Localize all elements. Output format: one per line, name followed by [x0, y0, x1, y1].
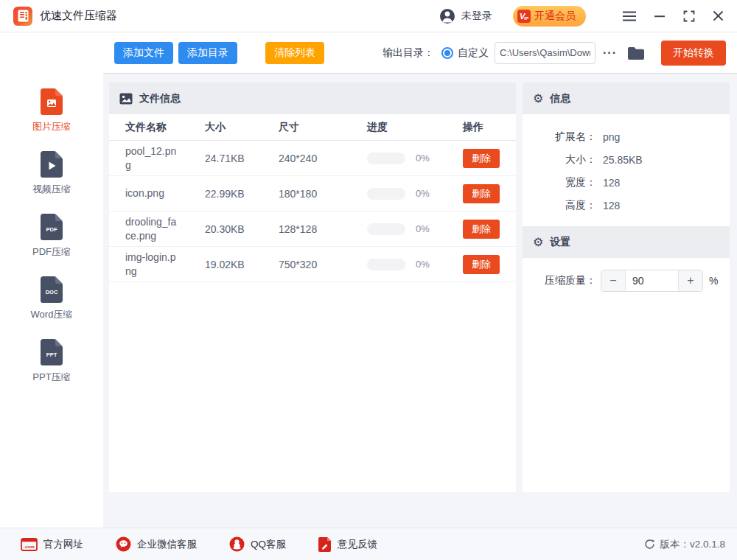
progress-percent: 0% [416, 223, 430, 234]
info-section-title: 信息 [550, 92, 570, 105]
maximize-button[interactable] [683, 10, 695, 22]
delete-button[interactable]: 删除 [463, 220, 500, 239]
table-row: pool_12.png 24.71KB 240*240 0% 删除 [109, 141, 516, 176]
details-panel: ⚙ 信息 扩展名： png 大小： 25.85KB 宽度： [523, 83, 730, 492]
output-path-input[interactable] [495, 42, 595, 64]
vip-button-label: 开通会员 [534, 10, 576, 23]
minimize-icon [654, 10, 666, 22]
sidebar-item-video-compress[interactable]: 视频压缩 [32, 151, 71, 214]
height-value: 128 [603, 200, 620, 211]
add-file-button[interactable]: 添加文件 [114, 42, 173, 64]
sidebar-item-label: Word压缩 [31, 308, 73, 321]
login-status[interactable]: 未登录 [461, 10, 492, 23]
version-info: 版本：v2.0.1.8 [644, 538, 725, 551]
open-folder-button[interactable] [627, 46, 645, 60]
start-convert-button[interactable]: 开始转换 [661, 41, 726, 66]
settings-section-header: ⚙ 设置 [523, 226, 730, 258]
maximize-icon [683, 10, 695, 22]
progress-percent: 0% [416, 259, 430, 270]
ext-value: png [603, 131, 620, 143]
sidebar: 图片压缩 视频压缩 PDF PDF压缩 [0, 32, 103, 528]
sidebar-item-word-compress[interactable]: DOC Word压缩 [31, 276, 73, 339]
file-size: 19.02KB [205, 259, 279, 270]
sidebar-item-pdf-compress[interactable]: PDF PDF压缩 [32, 214, 71, 276]
quality-label: 压缩质量： [523, 274, 596, 287]
file-info-panel: 文件信息 文件名称 大小 尺寸 进度 操作 pool_12.png 24.71K… [109, 83, 516, 492]
delete-button[interactable]: 删除 [463, 184, 500, 203]
sidebar-item-label: 图片压缩 [32, 120, 71, 133]
footer-bar: .com 官方网址 企业微信客服 QQ客服 [0, 528, 737, 560]
col-header-size: 大小 [205, 121, 279, 134]
sidebar-item-label: 视频压缩 [32, 183, 71, 196]
progress-bar [367, 223, 405, 235]
hamburger-icon [623, 11, 636, 21]
title-bar: 优速文件压缩器 未登录 VIP 开通会员 [0, 0, 737, 32]
toolbar: 添加文件 添加目录 清除列表 输出目录： 自定义 ··· 开始转换 [103, 32, 737, 74]
official-website-link[interactable]: .com 官方网址 [21, 538, 83, 551]
doc-file-icon: DOC [41, 276, 63, 303]
file-panel-title: 文件信息 [139, 92, 181, 105]
file-dimensions: 240*240 [279, 153, 367, 164]
clear-list-button[interactable]: 清除列表 [265, 42, 324, 64]
file-name: drooling_face.png [125, 215, 180, 243]
app-title: 优速文件压缩器 [40, 9, 117, 23]
open-vip-button[interactable]: VIP 开通会员 [513, 6, 586, 27]
output-dir-label: 输出目录： [383, 46, 434, 60]
info-section-header: ⚙ 信息 [523, 83, 730, 114]
info-field-size: 大小： 25.85KB [523, 148, 730, 171]
width-value: 128 [603, 177, 620, 189]
wechat-service-icon [116, 536, 131, 552]
feedback-link[interactable]: 意见反馈 [318, 537, 377, 552]
ppt-file-icon: PPT [41, 339, 63, 365]
file-name: pool_12.png [125, 144, 180, 172]
quality-input[interactable] [626, 270, 678, 291]
col-header-progress: 进度 [367, 121, 463, 134]
close-icon [713, 10, 724, 21]
col-header-name: 文件名称 [109, 121, 205, 134]
table-row: icon.png 22.99KB 180*180 0% 删除 [109, 176, 516, 211]
folder-icon [627, 46, 645, 60]
file-panel-header: 文件信息 [109, 83, 516, 114]
quality-stepper: − + [601, 270, 703, 292]
file-size: 20.30KB [205, 223, 279, 235]
svg-text:PPT: PPT [46, 351, 57, 358]
user-avatar-icon [439, 8, 455, 24]
quality-unit: % [709, 275, 718, 287]
file-name: img-login.png [125, 251, 180, 279]
menu-button[interactable] [623, 11, 636, 21]
sidebar-item-label: PPT压缩 [32, 371, 70, 384]
sidebar-item-ppt-compress[interactable]: PPT PPT压缩 [32, 339, 70, 402]
picture-icon [119, 93, 133, 105]
table-row: img-login.png 19.02KB 750*320 0% 删除 [109, 247, 516, 282]
custom-dir-radio[interactable] [441, 47, 453, 59]
sidebar-item-image-compress[interactable]: 图片压缩 [32, 88, 71, 151]
minimize-button[interactable] [654, 10, 666, 22]
qq-service-link[interactable]: QQ客服 [229, 536, 286, 552]
gear-icon: ⚙ [533, 93, 543, 105]
quality-plus-button[interactable]: + [678, 270, 702, 291]
progress-percent: 0% [416, 153, 430, 164]
custom-dir-radio-label: 自定义 [458, 46, 489, 60]
browse-more-button[interactable]: ··· [603, 46, 617, 60]
svg-text:DOC: DOC [46, 289, 58, 295]
gear-icon: ⚙ [533, 237, 543, 248]
wechat-service-link[interactable]: 企业微信客服 [116, 536, 197, 552]
info-field-ext: 扩展名： png [523, 125, 730, 148]
settings-section-title: 设置 [550, 236, 570, 249]
info-field-height: 高度： 128 [523, 194, 730, 217]
close-button[interactable] [713, 10, 724, 21]
file-dimensions: 128*128 [279, 223, 367, 235]
add-directory-button[interactable]: 添加目录 [178, 42, 237, 64]
update-refresh-icon [644, 539, 655, 550]
quality-minus-button[interactable]: − [601, 270, 626, 291]
quality-setting-row: 压缩质量： − + % [523, 270, 730, 292]
svg-text:.com: .com [24, 543, 35, 548]
app-logo-icon [13, 7, 32, 26]
delete-button[interactable]: 删除 [463, 255, 500, 274]
delete-button[interactable]: 删除 [463, 149, 500, 168]
website-icon: .com [21, 538, 38, 551]
file-name: icon.png [125, 186, 180, 200]
login-area[interactable]: 未登录 [439, 8, 492, 24]
progress-bar [367, 259, 405, 270]
progress-bar [367, 153, 405, 164]
